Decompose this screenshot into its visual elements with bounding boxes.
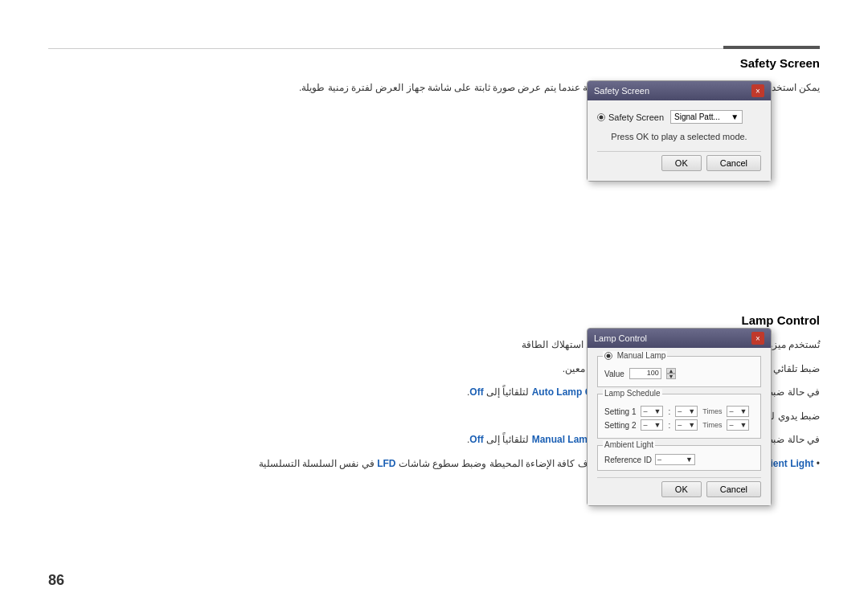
lamp-control-dialog-title: Lamp Control (594, 333, 647, 343)
lamp-schedule-setting1-row: Setting 1 –▼ : –▼ Times –▼ (604, 406, 754, 417)
ambient-light-group-title: Ambient Light (603, 440, 655, 449)
setting2-hour-select[interactable]: –▼ (641, 419, 663, 431)
lamp-control-dialog-buttons: OK Cancel (597, 477, 761, 497)
safety-screen-option-row: Safety Screen Signal Patt... ▼ (597, 110, 761, 124)
setting2-times-select[interactable]: –▼ (727, 419, 749, 431)
setting1-hour-select[interactable]: –▼ (641, 406, 663, 417)
ambient-light-group: Ambient Light Reference ID –▼ (597, 445, 761, 471)
safety-screen-dialog-titlebar: Safety Screen × (588, 81, 771, 100)
lamp-control-dialog: Lamp Control × Manual Lamp Value 100 (587, 328, 772, 506)
manual-lamp-radio[interactable] (604, 352, 612, 360)
safety-screen-option-label: Safety Screen (597, 112, 664, 122)
safety-screen-dialog-title: Safety Screen (594, 86, 649, 96)
spin-down-arrow[interactable]: ▼ (666, 374, 676, 379)
top-accent-bar (723, 46, 820, 49)
manual-lamp-group: Manual Lamp Value 100 ▲ ▼ (597, 356, 761, 387)
lamp-control-dialog-container: Lamp Control × Manual Lamp Value 100 (587, 328, 772, 506)
lamp-control-section: Lamp Control تُستخدم ميزة Lamp Control ل… (48, 313, 820, 480)
setting2-min-select[interactable]: –▼ (675, 419, 698, 431)
lamp-value-spinner[interactable]: ▲ ▼ (666, 368, 676, 379)
safety-screen-ok-button[interactable]: OK (661, 155, 702, 171)
times-label-2: Times (702, 421, 722, 429)
lamp-control-highlight-5c: Off (469, 434, 483, 445)
times-label-1: Times (702, 407, 722, 415)
setting2-times-arrow: ▼ (740, 421, 747, 429)
safety-screen-message: Press OK to play a selected mode. (597, 132, 761, 141)
safety-screen-radio[interactable] (597, 113, 605, 121)
setting1-times-select[interactable]: –▼ (727, 406, 749, 417)
spin-up-arrow[interactable]: ▲ (666, 368, 676, 374)
safety-screen-close-button[interactable]: × (751, 84, 764, 97)
manual-lamp-group-title: Manual Lamp (603, 351, 667, 360)
dropdown-arrow-icon: ▼ (731, 112, 739, 121)
setting1-min-arrow: ▼ (688, 407, 695, 415)
ambient-reference-select[interactable]: –▼ (655, 454, 695, 465)
lamp-control-highlight-3c: Off (469, 386, 483, 398)
setting1-times-arrow: ▼ (740, 407, 747, 415)
setting1-hour-arrow: ▼ (654, 407, 661, 415)
safety-screen-dialog: Safety Screen × Safety Screen Signal Pat… (587, 80, 772, 182)
page-number: 86 (48, 572, 64, 589)
lamp-schedule-group: Lamp Schedule Setting 1 –▼ : –▼ Times –▼… (597, 394, 761, 439)
lamp-control-ok-button[interactable]: OK (661, 481, 702, 497)
safety-screen-dialog-buttons: OK Cancel (597, 151, 761, 171)
lamp-schedule-group-title: Lamp Schedule (603, 389, 662, 398)
lamp-control-close-button[interactable]: × (751, 332, 764, 345)
ambient-reference-row: Reference ID –▼ (604, 454, 754, 465)
safety-screen-section: Safety Screen يمكن استخدام وظيفة Safety … (48, 56, 820, 104)
safety-screen-title: Safety Screen (48, 56, 820, 70)
lamp-control-dialog-body: Manual Lamp Value 100 ▲ ▼ (588, 348, 771, 505)
lamp-control-lfd: LFD (377, 458, 395, 469)
lamp-schedule-setting2-row: Setting 2 –▼ : –▼ Times –▼ (604, 419, 754, 431)
top-divider (48, 48, 820, 49)
setting2-hour-arrow: ▼ (654, 421, 661, 429)
lamp-control-cancel-button[interactable]: Cancel (706, 481, 761, 497)
setting1-min-select[interactable]: –▼ (675, 406, 698, 417)
lamp-control-dialog-titlebar: Lamp Control × (588, 329, 771, 348)
safety-screen-dialog-container: Safety Screen × Safety Screen Signal Pat… (587, 80, 772, 182)
safety-screen-cancel-button[interactable]: Cancel (706, 155, 761, 171)
ambient-ref-arrow: ▼ (686, 456, 693, 464)
setting2-min-arrow: ▼ (688, 421, 695, 429)
lamp-value-row: Value 100 ▲ ▼ (604, 368, 754, 379)
lamp-control-title: Lamp Control (48, 313, 820, 327)
safety-screen-signal-dropdown[interactable]: Signal Patt... ▼ (670, 110, 743, 124)
lamp-value-input[interactable]: 100 (629, 368, 661, 379)
safety-screen-dialog-body: Safety Screen Signal Patt... ▼ Press OK … (588, 100, 771, 181)
